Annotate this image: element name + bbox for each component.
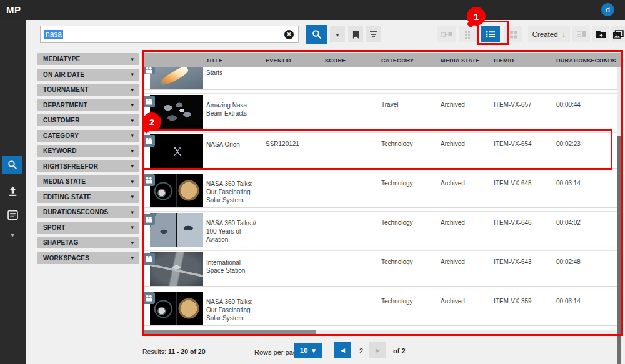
filter-shapetag[interactable]: SHAPETAG ▾ (38, 237, 139, 248)
table-row[interactable]: NASA 360 Talks: Our Fascinating Solar Sy… (142, 172, 622, 208)
total-pages-label: of 2 (393, 347, 406, 355)
saved-searches-button[interactable] (348, 26, 363, 42)
chevron-down-icon: ▾ (336, 31, 339, 38)
horizontal-scrollbar-thumb[interactable] (143, 330, 316, 336)
new-collection-button[interactable] (592, 26, 609, 42)
column-category[interactable]: CATEGORY (381, 53, 441, 67)
next-arrow-icon: ▶ (376, 347, 380, 353)
previous-page-button[interactable]: ◀ (334, 342, 351, 358)
filter-tournament[interactable]: TOURNAMENT ▾ (38, 84, 139, 96)
vertical-scrollbar-thumb[interactable] (618, 136, 621, 364)
column-media-state[interactable]: MEDIA STATE (441, 53, 494, 67)
table-row[interactable]: Amazing Nasa Beam Extracts Travel Archiv… (142, 93, 622, 129)
filter-button[interactable] (366, 26, 381, 42)
row-media-state: Archived (441, 290, 494, 325)
video-thumbnail (150, 213, 203, 247)
chevron-down-icon: ▾ (131, 240, 134, 246)
row-media-state: Archived (441, 251, 494, 286)
chevron-down-icon: ▾ (131, 163, 134, 169)
row-score (325, 290, 381, 325)
row-media-state: Archived (441, 94, 494, 129)
filter-on-air-date[interactable]: ON AIR DATE ▾ (38, 69, 139, 81)
column-itemid[interactable]: ITEMID (494, 53, 556, 67)
video-thumbnail (150, 292, 203, 325)
search-options-dropdown[interactable]: ▾ (330, 26, 345, 42)
sort-by-created-button[interactable]: Created ↓ (528, 26, 570, 42)
table-row[interactable]: NASA Orion SSR120121 Technology Archived… (142, 132, 622, 169)
video-thumbnail (150, 67, 203, 89)
search-button[interactable] (306, 25, 327, 44)
table-row[interactable]: NASA 360 Talks // 100 Years of Aviation … (142, 211, 622, 247)
row-eventid (266, 172, 325, 207)
rail-upload-button[interactable] (2, 182, 22, 200)
user-avatar[interactable]: d (601, 3, 614, 16)
column-score[interactable]: SCORE (325, 53, 381, 67)
video-asset-badge-icon (142, 214, 155, 225)
row-media-state: Archived (441, 172, 494, 207)
chevron-down-icon: ▾ (131, 71, 134, 77)
filter-editing-state[interactable]: EDITING STATE ▾ (38, 191, 139, 203)
rail-search-button[interactable] (2, 156, 22, 174)
table-row[interactable]: NASA 360 Talks: Our Fascinating Solar Sy… (142, 290, 622, 326)
row-title: NASA 360 Talks // 100 Years of Aviation (206, 212, 266, 247)
row-duration: 00:00:44 (556, 94, 622, 129)
row-media-state: Archived (441, 212, 494, 247)
column-title[interactable]: TITLE (206, 53, 266, 67)
rows-per-page-select[interactable]: 10 ▾ (294, 343, 322, 358)
filter-customer[interactable]: CUSTOMER ▾ (38, 114, 139, 126)
filter-sport[interactable]: SPORT ▾ (38, 222, 139, 234)
search-icon (312, 29, 322, 39)
column-thumbnail (142, 53, 206, 67)
row-score (325, 94, 381, 129)
row-score (325, 251, 381, 286)
row-category: Travel (381, 94, 441, 129)
rail-forms-button[interactable] (2, 206, 22, 224)
filter-media-state[interactable]: MEDIA STATE ▾ (38, 175, 139, 187)
filter-lines-icon (369, 31, 378, 38)
chevron-down-icon: ▾ (131, 56, 134, 62)
row-category (381, 67, 441, 89)
vertical-scrollbar-track[interactable] (617, 67, 622, 336)
horizontal-scrollbar-track[interactable] (143, 330, 622, 336)
rail-expand-caret[interactable]: ▾ (2, 226, 22, 243)
filter-department[interactable]: DEPARTMENT ▾ (38, 99, 139, 111)
list-view-button[interactable] (481, 26, 500, 42)
row-eventid (266, 67, 325, 89)
row-eventid (266, 290, 325, 325)
results-panel: TITLE EVENTID SCORE CATEGORY MEDIA STATE… (142, 53, 622, 336)
top-bar: MP d (0, 0, 625, 20)
chevron-down-icon: ▾ (131, 179, 134, 185)
filter-rightsfreefor[interactable]: RIGHTSFREEFOR ▾ (38, 160, 139, 172)
filter-mediatype[interactable]: MEDIATYPE ▾ (38, 53, 139, 65)
column-durationseconds[interactable]: DURATIONSECONDS (556, 53, 622, 67)
filter-list: MEDIATYPE ▾ ON AIR DATE ▾ TOURNAMENT ▾ D… (38, 53, 139, 267)
row-duration: 00:04:02 (556, 212, 622, 247)
current-page-number: 2 (359, 347, 363, 355)
table-row[interactable]: International Space Station Technology A… (142, 250, 622, 287)
row-eventid (266, 251, 325, 286)
filter-workspaces[interactable]: WORKSPACES ▾ (38, 252, 139, 264)
thumbnail-cell (142, 290, 206, 325)
table-row[interactable]: Starts (142, 67, 622, 90)
search-query-text: nasa (44, 30, 63, 39)
filter-keyword[interactable]: KEYWORD ▾ (38, 145, 139, 157)
clear-search-icon[interactable]: ✕ (284, 30, 294, 39)
row-duration: 00:02:48 (556, 251, 622, 286)
bookmark-icon (352, 31, 359, 39)
thumbnail-cell (142, 133, 206, 168)
chevron-down-icon: ▾ (131, 224, 134, 230)
grid-view-button[interactable] (504, 26, 522, 42)
row-title: NASA 360 Talks: Our Fascinating Solar Sy… (206, 290, 266, 325)
search-icon (8, 160, 18, 170)
row-itemid: ITEM-VX-643 (494, 251, 556, 286)
app-logo: MP (6, 4, 21, 15)
thumbnail-view-button[interactable] (459, 26, 478, 42)
media-library-button[interactable] (611, 26, 625, 42)
column-eventid[interactable]: EVENTID (266, 53, 325, 67)
large-grid-icon (509, 31, 518, 39)
row-category: Technology (381, 251, 441, 286)
filter-durationseconds[interactable]: DURATIONSECONDS ▾ (38, 206, 139, 218)
filter-category[interactable]: CATEGORY ▾ (38, 130, 139, 142)
search-input[interactable]: nasa ✕ (40, 26, 299, 43)
sort-descending-arrow-icon: ↓ (562, 31, 566, 38)
